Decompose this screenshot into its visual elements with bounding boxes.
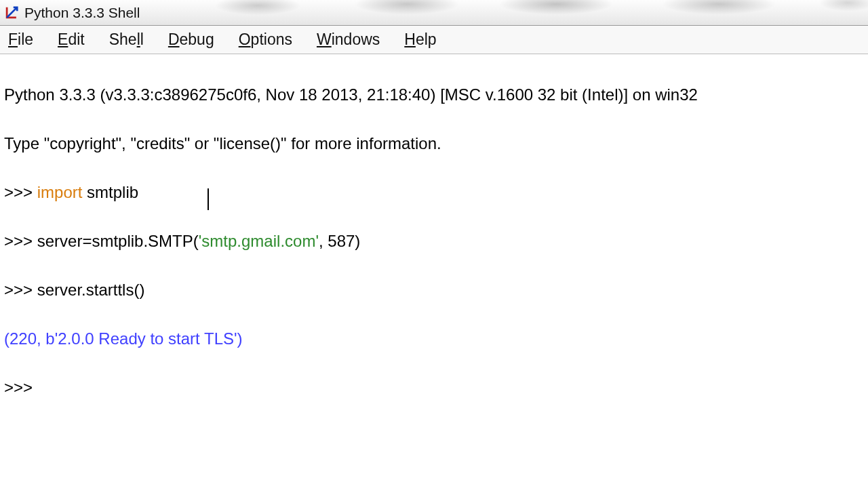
menu-options[interactable]: Options: [235, 28, 296, 52]
menu-bar: File Edit Shell Debug Options Windows He…: [0, 26, 868, 54]
menu-shell[interactable]: Shell: [105, 28, 148, 52]
code-text: server.starttls(): [37, 281, 145, 299]
shell-text-area[interactable]: Python 3.3.3 (v3.3.3:c3896275c0f6, Nov 1…: [0, 54, 868, 449]
window-title: Python 3.3.3 Shell: [24, 5, 140, 21]
prompt: >>>: [4, 183, 37, 201]
input-line-2: >>> server=smtplib.SMTP('smtp.gmail.com'…: [4, 229, 864, 253]
banner-line-1: Python 3.3.3 (v3.3.3:c3896275c0f6, Nov 1…: [4, 83, 864, 107]
menu-help[interactable]: Help: [400, 28, 440, 52]
input-line-1: >>> import smtplib: [4, 180, 864, 205]
input-line-3: >>> server.starttls(): [4, 278, 864, 302]
prompt: >>>: [4, 232, 37, 250]
string-literal: 'smtp.gmail.com': [199, 232, 319, 250]
keyword-import: import: [37, 183, 83, 201]
app-icon: [4, 5, 19, 20]
menu-debug[interactable]: Debug: [164, 28, 218, 52]
prompt: >>>: [4, 378, 33, 396]
menu-file[interactable]: File: [4, 28, 37, 52]
current-prompt-line: >>>: [4, 375, 864, 400]
code-text: smtplib: [82, 183, 138, 201]
code-text: , 587): [319, 232, 360, 250]
banner-line-2: Type "copyright", "credits" or "license(…: [4, 131, 864, 156]
menu-edit[interactable]: Edit: [54, 28, 89, 52]
title-bar: Python 3.3.3 Shell: [0, 0, 868, 26]
text-cursor: [208, 188, 209, 210]
code-text: server=smtplib.SMTP(: [37, 232, 199, 250]
output-line-1: (220, b'2.0.0 Ready to start TLS'): [4, 327, 864, 351]
menu-windows[interactable]: Windows: [313, 28, 384, 52]
prompt: >>>: [4, 281, 37, 299]
